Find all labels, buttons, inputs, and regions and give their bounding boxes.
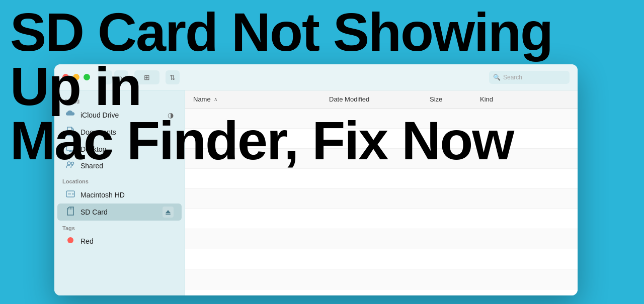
macintosh-hd-icon (65, 190, 75, 200)
table-row (185, 129, 578, 149)
sd-card-label: SD Card (80, 208, 108, 216)
sidebar-item-documents[interactable]: Documents (57, 124, 182, 141)
sidebar-item-icloud-drive[interactable]: iCloud Drive ◑ (57, 107, 182, 123)
macintosh-hd-label: Macintosh HD (80, 191, 125, 199)
red-tag-icon (65, 237, 75, 246)
desktop-icon (65, 144, 75, 154)
sidebar-item-desktop[interactable]: Desktop (57, 141, 182, 157)
red-tag-label: Red (80, 237, 94, 245)
svg-point-9 (67, 237, 73, 243)
sidebar-item-shared[interactable]: Shared (57, 158, 182, 174)
documents-icon (65, 127, 75, 138)
col-kind-label: Kind (480, 95, 493, 103)
sidebar-section-locations: Locations (54, 174, 185, 186)
sidebar-item-macintosh-hd[interactable]: Macintosh HD (57, 187, 182, 203)
close-button[interactable] (62, 74, 69, 80)
table-row (185, 169, 578, 189)
table-row (185, 149, 578, 169)
file-rows (185, 109, 578, 295)
search-bar[interactable]: 🔍 Search (489, 71, 570, 84)
icloud-sync-icon: ◑ (168, 111, 174, 119)
svg-point-2 (71, 162, 74, 165)
view-toggle-button[interactable]: ⊞ (134, 70, 159, 84)
eject-button[interactable] (163, 207, 174, 218)
sort-button[interactable]: ⇅ (166, 70, 180, 84)
col-kind[interactable]: Kind (480, 95, 493, 103)
table-row (185, 229, 578, 249)
desktop-label: Desktop (80, 145, 106, 153)
forward-button[interactable]: › (114, 70, 128, 84)
sidebar: iCloud iCloud Drive ◑ Docume (54, 90, 185, 295)
toolbar-area: ‹ › ⊞ ⇅ 🔍 Search (98, 70, 570, 84)
search-icon: 🔍 (493, 74, 501, 81)
col-size[interactable]: Size (430, 95, 480, 103)
sort-arrow-icon: ∧ (214, 96, 217, 102)
svg-rect-0 (66, 145, 74, 150)
col-date-label: Date Modified (329, 95, 369, 103)
table-row (185, 189, 578, 209)
icloud-drive-icon (65, 110, 75, 120)
shared-label: Shared (80, 162, 103, 170)
table-row (185, 249, 578, 269)
svg-point-1 (67, 162, 70, 165)
window-buttons (62, 74, 90, 80)
documents-label: Documents (80, 128, 116, 136)
title-bar: ‹ › ⊞ ⇅ 🔍 Search (54, 64, 578, 90)
back-button[interactable]: ‹ (98, 70, 112, 84)
sidebar-section-icloud: iCloud (54, 94, 185, 107)
file-area: Name ∧ Date Modified Size Kind (185, 90, 578, 295)
sidebar-item-sd-card[interactable]: SD Card (57, 204, 182, 221)
sidebar-section-tags: Tags (54, 221, 185, 233)
search-placeholder: Search (503, 74, 522, 81)
svg-point-4 (72, 193, 74, 195)
nav-buttons: ‹ › (98, 70, 128, 84)
minimize-button[interactable] (73, 74, 79, 80)
finder-body: iCloud iCloud Drive ◑ Docume (54, 90, 578, 295)
svg-rect-8 (166, 214, 171, 215)
icloud-drive-label: iCloud Drive (80, 111, 119, 119)
col-size-label: Size (430, 95, 442, 103)
sidebar-item-red-tag[interactable]: Red (57, 234, 182, 249)
table-row (185, 269, 578, 289)
col-date[interactable]: Date Modified (329, 95, 430, 103)
finder-window: ‹ › ⊞ ⇅ 🔍 Search iCloud (54, 64, 578, 295)
col-name[interactable]: Name ∧ (193, 95, 329, 103)
col-name-label: Name (193, 95, 211, 103)
shared-icon (65, 161, 75, 171)
sd-card-icon (65, 207, 75, 218)
table-row (185, 109, 578, 129)
maximize-button[interactable] (84, 74, 90, 80)
column-header: Name ∧ Date Modified Size Kind (185, 90, 578, 109)
table-row (185, 209, 578, 229)
